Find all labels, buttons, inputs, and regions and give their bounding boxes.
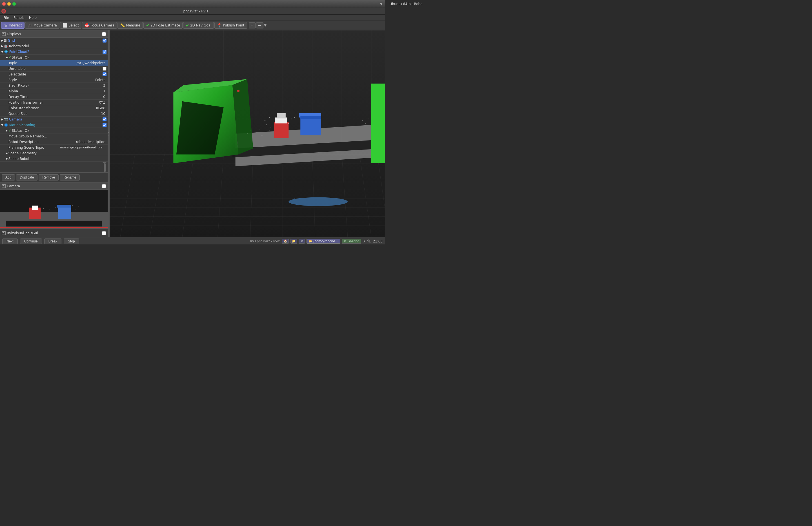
scene-robot-label: Scene Robot <box>9 157 106 161</box>
list-item[interactable]: Alpha 1 <box>0 88 107 94</box>
scrollbar-thumb[interactable] <box>103 163 106 172</box>
expand-arrow[interactable]: ▶ <box>1 39 3 42</box>
expand-arrow[interactable]: ▶ <box>6 56 8 59</box>
select-button[interactable]: ⬜ Select <box>60 22 82 29</box>
robot-desc-label: Robot Description <box>9 140 76 144</box>
3d-viewport[interactable] <box>110 30 385 237</box>
list-item[interactable]: ▼ 🔷 MotionPlanning <box>0 122 107 128</box>
measure-button[interactable]: 📏 Measure <box>117 22 143 29</box>
expand-arrow[interactable]: ▼ <box>1 123 3 126</box>
camera-item-label: Camera <box>9 117 56 121</box>
terminal-icon: 🖥 <box>300 239 303 243</box>
taskbar-gazebo[interactable]: ⚙ Gazebo <box>342 239 361 244</box>
svg-point-64 <box>266 124 267 125</box>
move-camera-label: Move Camera <box>33 24 57 27</box>
camera-item-checkbox[interactable] <box>103 117 106 121</box>
displays-list[interactable]: ▶ ⊞ Grid ▶ 🤖 RobotModel ▼ 💠 PointCloud2 <box>0 38 107 163</box>
svg-point-84 <box>256 132 256 133</box>
decay-time-value: 0 <box>103 95 105 99</box>
list-item[interactable]: ▼ 💠 PointCloud2 <box>0 49 107 55</box>
window-controls[interactable] <box>2 2 16 6</box>
2d-nav-icon: ✔ <box>186 23 189 28</box>
list-item[interactable]: Unreliable <box>0 66 107 72</box>
expand-arrow[interactable]: ▶ <box>1 45 3 48</box>
list-item[interactable]: ▶ 📷 Camera <box>0 117 107 122</box>
list-item[interactable]: ▶ ✔ Status: Ok <box>0 55 107 60</box>
chevron-down-icon[interactable]: ▼ <box>380 2 382 6</box>
expand-arrow[interactable]: ▶ <box>6 129 8 132</box>
list-item[interactable]: ▼ Scene Robot <box>0 156 107 162</box>
remove-toolbar-button[interactable]: — <box>256 22 263 28</box>
selectable-checkbox[interactable] <box>103 72 106 76</box>
camera-panel-checkbox[interactable] <box>102 184 106 188</box>
list-item[interactable]: ▶ ⊞ Grid <box>0 38 107 43</box>
2d-pose-button[interactable]: ✔ 2D Pose Estimate <box>143 22 183 29</box>
chevron-down-icon-toolbar[interactable]: ▼ <box>264 24 266 27</box>
minimize-button[interactable] <box>7 2 11 6</box>
list-item[interactable]: Robot Description robot_description <box>0 139 107 145</box>
list-item[interactable]: ▶ ✔ Status: Ok <box>0 128 107 134</box>
add-toolbar-button[interactable]: + <box>249 22 256 28</box>
svg-marker-52 <box>232 140 383 157</box>
menu-help[interactable]: Help <box>27 15 39 20</box>
add-button[interactable]: Add <box>2 174 15 180</box>
menu-panels[interactable]: Panels <box>11 15 27 20</box>
continue-button[interactable]: Continue <box>20 239 42 244</box>
expand-arrow[interactable]: ▶ <box>1 118 3 121</box>
publish-point-button[interactable]: 📍 Publish Point <box>214 22 247 29</box>
taskbar-files[interactable]: 📁 <box>290 239 297 244</box>
svg-point-66 <box>288 123 289 124</box>
expand-arrow[interactable]: ▶ <box>6 151 8 154</box>
grid-checkbox[interactable] <box>103 39 106 43</box>
move-camera-button[interactable]: 🎥 Move Camera <box>25 22 59 29</box>
expand-arrow[interactable]: ▼ <box>6 157 8 160</box>
taskbar-terminal[interactable]: 🖥 <box>299 239 305 244</box>
list-item[interactable]: Style Points <box>0 77 107 83</box>
svg-marker-55 <box>232 79 253 154</box>
close-button[interactable] <box>2 2 6 6</box>
remove-button[interactable]: Remove <box>39 174 59 180</box>
list-item[interactable]: ▶ 🤖 RobotModel <box>0 43 107 49</box>
list-item[interactable]: Topic /pr2/world/points <box>0 60 107 66</box>
scene-geometry-label: Scene Geometry <box>9 151 106 155</box>
camera-item-icon: 📷 <box>4 117 8 121</box>
interact-button[interactable]: 🖱 Interact <box>1 22 25 29</box>
status-left: RV+pr2.rviz* - RViz <box>250 239 280 243</box>
duplicate-button[interactable]: Duplicate <box>16 174 38 180</box>
gazebo-text: Gazebo <box>347 239 359 243</box>
svg-point-80 <box>341 200 342 201</box>
2d-nav-button[interactable]: ✔ 2D Nav Goal <box>183 22 214 29</box>
maximize-button[interactable] <box>12 2 16 6</box>
list-item[interactable]: Selectable <box>0 72 107 77</box>
svg-point-87 <box>269 130 270 131</box>
displays-panel-checkbox[interactable] <box>102 32 106 36</box>
svg-rect-23 <box>2 232 4 233</box>
robotmodel-label: RobotModel <box>9 44 106 48</box>
svg-rect-9 <box>6 221 102 227</box>
list-item[interactable]: ▶ Scene Geometry <box>0 150 107 156</box>
svg-point-71 <box>289 197 348 206</box>
list-item[interactable]: Queue Size 10 <box>0 111 107 117</box>
list-item[interactable]: Decay Time 0 <box>0 94 107 100</box>
svg-point-91 <box>368 119 368 119</box>
rename-button[interactable]: Rename <box>60 174 80 180</box>
list-item[interactable]: Size (Pixels) 3 <box>0 83 107 88</box>
taskbar-home[interactable]: 🏠 <box>282 239 289 244</box>
focus-camera-button[interactable]: 🎯 Focus Camera <box>82 22 117 29</box>
svg-point-20 <box>75 209 76 209</box>
stop-button[interactable]: Stop <box>64 239 79 244</box>
pointcloud2-checkbox[interactable] <box>103 50 106 54</box>
rviz-tools-checkbox[interactable] <box>102 231 106 235</box>
list-item[interactable]: Move Group Namesp... <box>0 134 107 139</box>
list-item[interactable]: Planning Scene Topic move_group/monitore… <box>0 145 107 150</box>
expand-arrow[interactable]: ▼ <box>1 50 3 53</box>
break-button[interactable]: Break <box>44 239 61 244</box>
list-item[interactable]: Position Transformer XYZ <box>0 100 107 105</box>
motionplanning-checkbox[interactable] <box>103 123 106 127</box>
network-icon: 🔌 <box>367 239 371 243</box>
taskbar-filepath[interactable]: 📂 /home/robond... <box>306 239 340 244</box>
unreliable-checkbox[interactable] <box>103 67 106 71</box>
menu-file[interactable]: File <box>1 15 11 20</box>
list-item[interactable]: Color Transformer RGB8 <box>0 105 107 111</box>
next-button[interactable]: Next <box>2 239 18 244</box>
